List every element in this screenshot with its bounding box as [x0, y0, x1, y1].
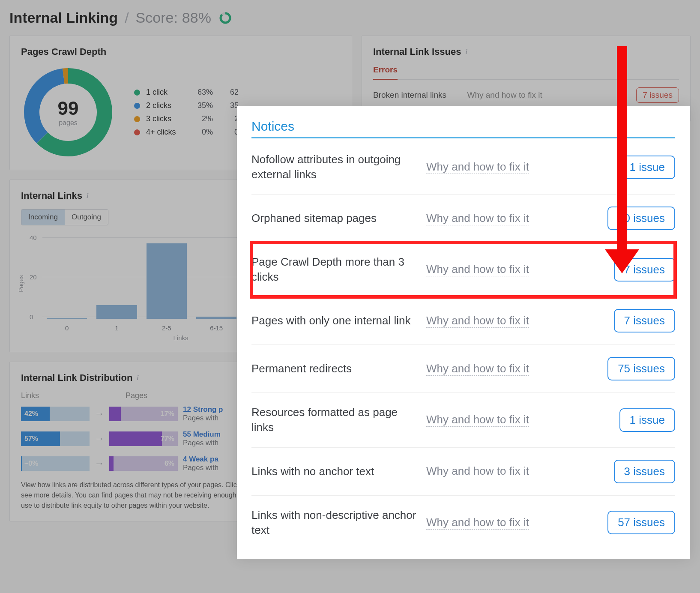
notice-count-pill[interactable]: 1 issue: [619, 408, 675, 432]
notice-count-pill[interactable]: 75 issues: [607, 357, 675, 380]
why-link[interactable]: Why and how to fix it: [426, 160, 529, 174]
notice-name: Orphaned sitemap pages: [251, 211, 426, 226]
notice-name: Permanent redirects: [251, 361, 426, 376]
notice-count-pill[interactable]: 1 issue: [619, 156, 675, 179]
notice-count-pill[interactable]: 7 issues: [614, 258, 675, 282]
notice-name: Nofollow attributes in outgoing external…: [251, 152, 426, 182]
notices-title: Notices: [251, 119, 675, 138]
notice-row[interactable]: Resources formatted as page links Why an…: [251, 393, 675, 447]
notice-row[interactable]: Links with non-descriptive anchor text W…: [251, 496, 675, 550]
why-link[interactable]: Why and how to fix it: [426, 263, 529, 276]
notice-name: Pages with only one internal link: [251, 313, 426, 328]
why-link[interactable]: Why and how to fix it: [426, 362, 529, 376]
notice-count-pill[interactable]: 3 issues: [614, 460, 675, 483]
notice-count-pill[interactable]: 57 issues: [607, 511, 675, 534]
notice-row[interactable]: Page Crawl Depth more than 3 clicks Why …: [251, 243, 675, 297]
notice-row[interactable]: Nofollow attributes in outgoing external…: [251, 140, 675, 195]
notice-name: Page Crawl Depth more than 3 clicks: [251, 255, 426, 285]
notice-row[interactable]: Permanent redirects Why and how to fix i…: [251, 345, 675, 393]
notice-row[interactable]: Links with no anchor text Why and how to…: [251, 448, 675, 496]
notice-count-pill[interactable]: 7 issues: [614, 309, 675, 332]
notice-row[interactable]: Pages with only one internal link Why an…: [251, 297, 675, 345]
why-link[interactable]: Why and how to fix it: [426, 212, 529, 225]
notice-name: Links with non-descriptive anchor text: [251, 508, 426, 538]
notices-panel: Notices Nofollow attributes in outgoing …: [237, 106, 690, 559]
why-link[interactable]: Why and how to fix it: [426, 516, 529, 530]
why-link[interactable]: Why and how to fix it: [426, 314, 529, 328]
why-link[interactable]: Why and how to fix it: [426, 413, 529, 427]
notice-row[interactable]: Orphaned sitemap pages Why and how to fi…: [251, 195, 675, 243]
notice-count-pill[interactable]: 10 issues: [607, 207, 675, 230]
why-link[interactable]: Why and how to fix it: [426, 464, 529, 478]
notice-name: Resources formatted as page links: [251, 405, 426, 435]
notice-name: Links with no anchor text: [251, 464, 426, 479]
